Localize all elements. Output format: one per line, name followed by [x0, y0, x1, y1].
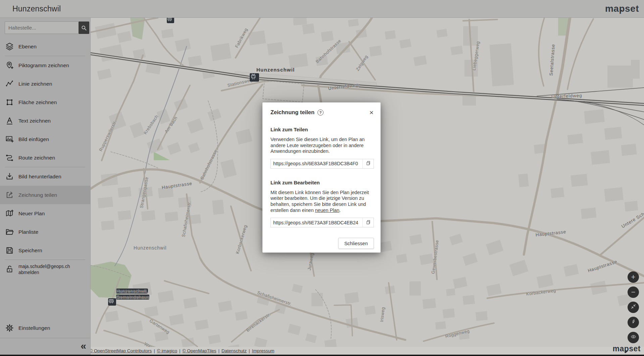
- bus-stop-icon: [108, 298, 116, 306]
- sidebar-item-bild-herunterladen[interactable]: Bild herunterladen: [0, 167, 90, 186]
- bottom-edge-strip: [0, 355, 644, 356]
- train-station-icon: [250, 73, 259, 82]
- edit-link-group: [270, 218, 374, 227]
- attribution-link[interactable]: Datenschutz: [221, 348, 247, 353]
- search-input[interactable]: [5, 21, 79, 34]
- page-title: Hunzenschwil: [12, 4, 61, 13]
- sidebar-item-label: Linie zeichnen: [18, 81, 52, 87]
- sidebar-item-abmelden[interactable]: maja.schudel@geops.chabmelden: [0, 260, 90, 278]
- mapset-logo-small: mapset: [612, 344, 641, 353]
- sidebar-menu: EbenenPiktogramm zeichnenLinie zeichnenF…: [0, 37, 90, 278]
- copy-edit-link-button[interactable]: [362, 218, 374, 227]
- sidebar-item-speichern[interactable]: Speichern: [0, 241, 90, 260]
- edit-link-description: Mit diesem Link können Sie den Plan jede…: [270, 190, 374, 213]
- attribution-bar: © OpenStreetMap Contributors|© imagico|©…: [0, 347, 644, 355]
- sidebar-item-label: Bild einfügen: [18, 136, 49, 142]
- north-arrow-icon: [630, 317, 637, 327]
- search-button[interactable]: [79, 21, 89, 34]
- search-row: [5, 21, 86, 34]
- attribution-separator: |: [218, 348, 220, 353]
- north-arrow-button[interactable]: [628, 317, 639, 328]
- search-icon: [81, 25, 87, 31]
- sidebar-item-label: Fläche zeichnen: [18, 99, 57, 105]
- share-dialog: Zeichnung teilen ? × Link zum Teilen Ver…: [262, 102, 381, 253]
- zoom-out-button[interactable]: −: [628, 286, 639, 298]
- dialog-title: Zeichnung teilen: [270, 109, 314, 116]
- attribution-link[interactable]: © imagico: [157, 348, 177, 353]
- share-link-description: Verwenden Sie diesen Link, um den Plan a…: [270, 137, 374, 154]
- copy-icon: [366, 161, 371, 167]
- visibility-button[interactable]: [628, 332, 639, 343]
- dialog-header: Zeichnung teilen ? ×: [270, 109, 374, 116]
- header-bar: Hunzenschwil mapset: [0, 0, 644, 18]
- download-icon: [5, 172, 14, 181]
- edit-link-input[interactable]: [271, 218, 362, 227]
- sidebar-item-text[interactable]: Text zeichnen: [0, 112, 90, 130]
- app-window: HunzenschwilStationswegFabrikwegBahnhofs…: [0, 0, 644, 356]
- sidebar-item-label: Piktogramm zeichnen: [18, 62, 69, 69]
- sidebar-item-label: Ebenen: [18, 44, 37, 50]
- share-icon: [5, 190, 14, 199]
- share-link-input[interactable]: [271, 159, 362, 168]
- folder-icon: [5, 227, 14, 236]
- schliessen-button[interactable]: Schliessen: [338, 238, 374, 249]
- sidebar-item-einstellungen[interactable]: Einstellungen: [0, 319, 90, 337]
- sidebar-item-piktogramm[interactable]: Piktogramm zeichnen: [0, 56, 90, 75]
- sidebar-collapse-bar: «: [0, 338, 90, 356]
- attribution-separator: |: [249, 348, 250, 353]
- sidebar-item-route[interactable]: Route zeichnen: [0, 148, 90, 167]
- polygon-icon: [5, 98, 14, 107]
- sidebar-item-label: Einstellungen: [18, 325, 50, 331]
- sidebar-settings: Einstellungen: [0, 319, 90, 337]
- attribution-separator: |: [179, 348, 181, 353]
- sidebar-item-label: Route zeichnen: [18, 155, 55, 161]
- sidebar-item-label: Zeichnung teilen: [18, 192, 57, 198]
- fit-extent-button[interactable]: [628, 302, 639, 313]
- pin-plus-icon: [5, 61, 14, 70]
- close-icon[interactable]: ×: [369, 109, 374, 116]
- logo-pin-p: p: [624, 344, 629, 353]
- route-icon: [5, 153, 14, 162]
- lock-open-icon: [5, 265, 14, 274]
- logo-pin-p: p: [619, 3, 625, 14]
- sidebar-item-flaeche[interactable]: Fläche zeichnen: [0, 93, 90, 112]
- copy-icon: [366, 220, 371, 226]
- attribution-link[interactable]: Impressum: [252, 348, 275, 353]
- bus-stop-icon: [167, 18, 174, 23]
- sidebar-item-label: Text zeichnen: [18, 118, 51, 124]
- share-link-heading: Link zum Teilen: [270, 127, 374, 132]
- fit-extent-icon: [630, 302, 637, 312]
- sidebar-item-bild-einfuegen[interactable]: Bild einfügen: [0, 130, 90, 148]
- polyline-icon: [5, 79, 14, 88]
- sidebar: EbenenPiktogramm zeichnenLinie zeichnenF…: [0, 18, 91, 356]
- help-icon[interactable]: ?: [317, 109, 324, 116]
- sidebar-item-planliste[interactable]: Planliste: [0, 223, 90, 241]
- image-plus-icon: [5, 135, 14, 144]
- sidebar-item-label: Speichern: [18, 248, 42, 254]
- edit-link-heading: Link zum Bearbeiten: [270, 180, 374, 185]
- sidebar-item-label: Planliste: [18, 229, 39, 235]
- copy-share-link-button[interactable]: [362, 159, 374, 168]
- share-link-group: [270, 159, 374, 169]
- attribution-separator: |: [154, 348, 155, 353]
- layers-icon: [5, 42, 14, 51]
- sidebar-item-label: maja.schudel@geops.chabmelden: [18, 263, 70, 275]
- new-plan-link[interactable]: neuen Plan: [315, 208, 339, 213]
- gear-icon: [5, 323, 14, 332]
- sidebar-item-linie[interactable]: Linie zeichnen: [0, 75, 90, 93]
- visibility-icon: [630, 332, 637, 343]
- sidebar-item-label: Bild herunterladen: [18, 174, 61, 180]
- map-controls: +−: [628, 271, 639, 347]
- collapse-sidebar-icon[interactable]: «: [81, 340, 86, 352]
- text-icon: [5, 116, 14, 125]
- map-plus-icon: [5, 209, 14, 218]
- attribution-link[interactable]: © OpenStreetMap Contributors: [89, 348, 152, 353]
- sidebar-item-label: Neuer Plan: [18, 211, 45, 217]
- zoom-in-button[interactable]: +: [628, 271, 639, 283]
- sidebar-item-zeichnung-teilen[interactable]: Zeichnung teilen: [0, 186, 90, 204]
- sidebar-item-ebenen[interactable]: Ebenen: [0, 37, 90, 56]
- sidebar-item-neuer-plan[interactable]: Neuer Plan: [0, 204, 90, 223]
- mapset-logo: mapset: [605, 3, 639, 14]
- attribution-link[interactable]: © OpenMapTiles: [183, 348, 216, 353]
- save-icon: [5, 246, 14, 255]
